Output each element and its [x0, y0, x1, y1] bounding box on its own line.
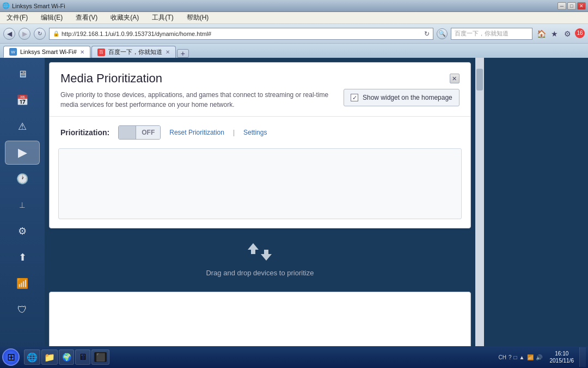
systray: CH ? □ ▲ 📶 🔊	[497, 354, 544, 360]
start-button[interactable]: ⊞	[2, 348, 20, 366]
systray-volume: 🔊	[536, 354, 542, 360]
tab-close-linksys[interactable]: ✕	[80, 49, 84, 55]
taskbar-chrome[interactable]: 🌍	[59, 349, 74, 365]
warning-icon: ⚠	[18, 120, 27, 132]
widget-checkbox[interactable]: ✓	[351, 94, 358, 101]
refresh-button[interactable]: ↻	[34, 28, 46, 40]
browser-icons: 🏠 ★ ⚙ 16	[536, 28, 585, 39]
address-text: http://192.168.1.1/ui/1.0.99.153731/dyna…	[62, 31, 211, 37]
tab-close-baidu[interactable]: ✕	[166, 49, 170, 55]
systray-box: □	[514, 354, 517, 360]
sidebar-item-shield[interactable]: 🛡	[5, 298, 40, 322]
taskbar-terminal[interactable]: ⬛	[91, 349, 109, 365]
sidebar-item-settings[interactable]: ⚙	[5, 219, 40, 243]
menu-view[interactable]: 查看(V)	[74, 12, 100, 23]
maximize-button[interactable]: □	[567, 2, 576, 10]
taskbar-monitor[interactable]: 🖥	[75, 349, 90, 365]
tab-favicon-linksys: W	[9, 48, 17, 56]
tab-label-baidu: 百度一下，你就知道	[108, 48, 162, 56]
sidebar-item-warning[interactable]: ⚠	[5, 114, 40, 138]
update-icon: ⬆	[19, 251, 27, 263]
terminal-icon: ⬛	[94, 352, 107, 362]
scrollbar[interactable]	[475, 58, 484, 368]
taskbar: ⊞ 🌐 📁 🌍 🖥 ⬛ CH ? □ ▲ 📶 🔊 16:10 2015/11/6	[0, 346, 588, 368]
toggle-button[interactable]: OFF	[118, 125, 161, 140]
priority-list-zone	[58, 148, 462, 219]
menu-help[interactable]: 帮助(H)	[185, 12, 211, 23]
drag-drop-area: Drag and drop devices to prioritize	[45, 233, 475, 287]
taskbar-ie[interactable]: 🌐	[24, 349, 40, 365]
titlebar-left: 🌐 Linksys Smart Wi-Fi	[2, 2, 65, 9]
sidebar-item-monitor[interactable]: 🖥	[5, 62, 40, 86]
scrollbar-thumb[interactable]	[476, 69, 483, 91]
star-icon[interactable]: ★	[549, 28, 560, 39]
notification-icon[interactable]: 16	[575, 28, 585, 38]
settings-link[interactable]: Settings	[243, 129, 267, 136]
drag-arrows-svg	[247, 243, 273, 261]
tab-linksys[interactable]: W Linksys Smart Wi-Fi# ✕	[3, 46, 90, 58]
explorer-icon: 📁	[44, 352, 55, 363]
close-button[interactable]: ✕	[577, 2, 586, 10]
settings-nav-icon: ⚙	[18, 225, 27, 237]
toggle-track	[119, 125, 136, 140]
search-placeholder: 百度一下，你就知道	[455, 29, 509, 38]
sidebar-item-calendar[interactable]: 📅	[5, 88, 40, 112]
search-go-button[interactable]: 🔍	[437, 28, 448, 39]
check-mark: ✓	[352, 94, 357, 101]
settings-icon[interactable]: ⚙	[562, 28, 573, 39]
wifi-icon: 📶	[16, 277, 28, 289]
window-title: Linksys Smart Wi-Fi	[12, 3, 65, 9]
tab-favicon-baidu: 百	[97, 49, 105, 56]
clock-date: 2015/11/6	[550, 357, 574, 364]
main-layout: 🖥 📅 ⚠ ▶ 🕐 ⟂ ⚙ ⬆ 📶 🛡	[0, 58, 588, 368]
home-icon[interactable]: 🏠	[536, 28, 547, 39]
calendar-icon: 📅	[16, 94, 28, 106]
taskbar-right: CH ? □ ▲ 📶 🔊 16:10 2015/11/6	[497, 347, 586, 367]
clock-time: 16:10	[555, 350, 568, 357]
prioritization-label: Prioritization:	[60, 128, 109, 137]
systray-network: 📶	[527, 354, 534, 360]
panel-close-button[interactable]: ✕	[450, 74, 460, 83]
tab-label-linksys: Linksys Smart Wi-Fi#	[20, 49, 77, 55]
panel-header: Media Prioritization Give priority to th…	[50, 63, 470, 117]
minimize-button[interactable]: ─	[558, 2, 566, 10]
sidebar-item-clock[interactable]: 🕐	[5, 167, 40, 191]
taskbar-explorer[interactable]: 📁	[41, 349, 58, 365]
new-tab-button[interactable]: +	[177, 49, 189, 58]
menu-favorites[interactable]: 收藏夹(A)	[108, 12, 141, 23]
systray-ch: CH	[499, 354, 506, 360]
panel-controls: Prioritization: OFF Reset Prioritization…	[50, 117, 470, 148]
back-button[interactable]: ◀	[3, 28, 15, 40]
taskbar-monitor-icon: 🖥	[78, 352, 87, 362]
window-icon: 🌐	[2, 2, 10, 9]
sidebar-item-wifi[interactable]: 📶	[5, 272, 40, 295]
sidebar-item-media[interactable]: ▶	[5, 141, 40, 165]
refresh-addr-icon[interactable]: ↻	[424, 30, 430, 38]
menu-edit[interactable]: 编辑(E)	[39, 12, 65, 23]
drag-drop-text: Drag and drop devices to prioritize	[206, 269, 314, 277]
reset-prioritization-link[interactable]: Reset Prioritization	[169, 129, 224, 136]
widget-checkbox-area: ✓ Show widget on the homepage	[344, 89, 460, 106]
browser-chrome: ◀ ▶ ↻ 🔒 http://192.168.1.1/ui/1.0.99.153…	[0, 24, 588, 44]
forward-button[interactable]: ▶	[19, 28, 30, 40]
menu-tools[interactable]: 工具(T)	[150, 12, 175, 23]
systray-arrow: ▲	[519, 354, 525, 360]
systray-help: ?	[509, 354, 512, 360]
sidebar: 🖥 📅 ⚠ ▶ 🕐 ⟂ ⚙ ⬆ 📶 🛡	[0, 58, 45, 368]
search-bar[interactable]: 百度一下，你就知道	[451, 28, 532, 40]
tab-baidu[interactable]: 百 百度一下，你就知道 ✕	[91, 46, 176, 58]
menu-file[interactable]: 文件(F)	[4, 12, 30, 23]
address-bar[interactable]: 🔒 http://192.168.1.1/ui/1.0.99.153731/dy…	[49, 28, 433, 40]
shield-icon: 🛡	[17, 304, 27, 316]
sidebar-item-update[interactable]: ⬆	[5, 245, 40, 269]
usb-icon: ⟂	[20, 200, 25, 210]
ie-icon: 🌐	[27, 352, 38, 363]
show-desktop[interactable]	[579, 347, 586, 367]
content-area: Media Prioritization Give priority to th…	[45, 58, 475, 368]
panel-header-right: ✕ ✓ Show widget on the homepage	[344, 71, 460, 106]
sidebar-item-usb[interactable]: ⟂	[5, 193, 40, 217]
content-wrapper: Media Prioritization Give priority to th…	[45, 58, 484, 368]
svg-marker-1	[261, 250, 272, 261]
drag-drop-icon	[247, 243, 273, 264]
monitor-icon: 🖥	[17, 69, 27, 80]
